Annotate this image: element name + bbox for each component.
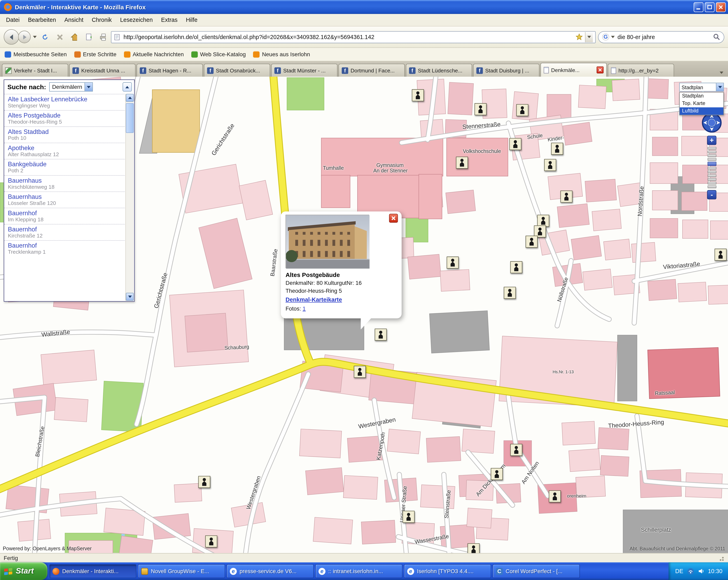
tab-stadt-münster[interactable]: fStadt Münster - ... <box>271 64 338 77</box>
new-page-button[interactable] <box>82 31 94 43</box>
scroll-up-button[interactable] <box>126 94 134 102</box>
taskbar-task-intranet-iserlohn-in[interactable]: e:: intranet.iserlohn.in... <box>315 564 402 578</box>
monument-marker[interactable] <box>551 143 563 155</box>
monument-marker[interactable] <box>474 103 487 115</box>
monument-marker[interactable] <box>205 535 217 548</box>
monument-marker[interactable] <box>198 476 210 488</box>
search-type-select[interactable]: Denkmälern <box>49 82 93 92</box>
result-name[interactable]: Bauernhaus <box>8 194 121 200</box>
back-button[interactable] <box>4 29 19 45</box>
monument-marker[interactable] <box>447 256 459 269</box>
monument-marker[interactable] <box>354 366 366 378</box>
layer-option-luftbild[interactable]: Luftbild <box>680 107 723 115</box>
layer-option-stadtplan[interactable]: Stadtplan <box>680 93 723 100</box>
result-name[interactable]: Bauernhof <box>8 226 121 233</box>
denkmal-karteikarte-link[interactable]: Denkmal-Karteikarte <box>286 297 342 303</box>
taskbar-task-novell-groupwise-e[interactable]: Novell GroupWise - E... <box>138 564 225 578</box>
monument-marker[interactable] <box>375 329 387 341</box>
monument-marker[interactable] <box>402 511 415 523</box>
reload-button[interactable] <box>39 31 51 43</box>
taskbar-task-corel-wordperfect[interactable]: CCorel WordPerfect - [... <box>493 564 580 578</box>
panel-collapse-button[interactable] <box>123 82 132 92</box>
result-name[interactable]: Apotheke <box>8 145 121 151</box>
tab-dortmund-face[interactable]: fDortmund | Face... <box>339 64 405 77</box>
menu-item-extras[interactable]: Extras <box>157 15 182 25</box>
tab-denkmäle[interactable]: Denkmäle... <box>540 63 607 77</box>
monument-marker[interactable] <box>714 249 727 261</box>
bookmark-item-erste-schritte[interactable]: Erste Schritte <box>74 51 116 58</box>
bookmark-star-icon[interactable] <box>576 33 582 40</box>
scroll-down-button[interactable] <box>126 293 134 301</box>
results-scrollbar[interactable] <box>125 94 134 301</box>
magnifier-icon[interactable] <box>713 33 720 40</box>
menu-item-bearbeiten[interactable]: Bearbeiten <box>24 15 60 25</box>
forward-button[interactable] <box>18 31 31 43</box>
search-result-item[interactable]: BauernhofKirchstraße 12 <box>4 224 125 240</box>
menu-item-chronik[interactable]: Chronik <box>87 15 116 25</box>
tab-kreisstadt-unna[interactable]: fKreisstadt Unna ... <box>69 64 135 77</box>
maximize-button[interactable] <box>705 2 714 12</box>
start-button[interactable]: Start <box>0 562 47 580</box>
taskbar-task-denkmäler-interakti[interactable]: Denkmäler - Interakti... <box>49 564 136 578</box>
menu-item-datei[interactable]: Datei <box>2 15 24 25</box>
scrollbar-track[interactable] <box>126 102 134 293</box>
url-dropdown-button[interactable] <box>585 32 593 42</box>
layer-dropdown-button[interactable] <box>716 83 723 91</box>
clock[interactable]: 10:30 <box>708 568 723 574</box>
tab-stadt-osnabrück[interactable]: fStadt Osnabrück... <box>204 64 270 77</box>
monument-marker[interactable] <box>537 215 549 227</box>
tab-verkehr-stadt-i[interactable]: Verkehr - Stadt I... <box>2 64 68 77</box>
zoom-out-button[interactable]: - <box>707 190 717 199</box>
search-result-item[interactable]: BauernhausLösseler Straße 120 <box>4 192 125 207</box>
list-all-tabs-button[interactable] <box>720 72 723 74</box>
result-name[interactable]: Bankgebäude <box>8 161 121 168</box>
search-result-item[interactable]: Altes StadtbadPoth 10 <box>4 126 125 143</box>
volume-icon[interactable] <box>698 568 704 574</box>
search-result-item[interactable]: ApothekeAlter Rathausplatz 12 <box>4 143 125 159</box>
bookmark-item-web-slice-katalog[interactable]: Web Slice-Katalog <box>191 51 246 58</box>
result-name[interactable]: Alte Lasbecker Lennebrücke <box>8 96 121 103</box>
monument-marker[interactable] <box>456 157 468 169</box>
network-icon[interactable] <box>687 568 694 575</box>
menu-item-lesezeichen[interactable]: Lesezeichen <box>116 15 157 25</box>
scrollbar-thumb[interactable] <box>126 103 134 133</box>
map-viewport[interactable]: GerichtstraßeStennerstraßeSchuleKinder-V… <box>0 77 728 553</box>
popup-close-button[interactable] <box>389 214 398 223</box>
monument-marker[interactable] <box>516 104 528 116</box>
result-name[interactable]: Bauernhof <box>8 242 121 249</box>
web-search-input[interactable] <box>617 33 711 41</box>
minimize-button[interactable] <box>694 2 703 12</box>
print-button[interactable] <box>97 31 109 43</box>
search-result-item[interactable]: BankgebäudePoth 2 <box>4 159 125 175</box>
home-button[interactable] <box>68 31 80 43</box>
monument-marker[interactable] <box>510 138 522 150</box>
taskbar-task-iserlohn-typo3-4-4[interactable]: eIserlohn [TYPO3 4.4.... <box>404 564 491 578</box>
monument-marker[interactable] <box>549 490 561 503</box>
tab-close-button[interactable] <box>597 67 603 73</box>
monument-marker[interactable] <box>504 287 516 299</box>
taskbar-task-presse-service-de-v6[interactable]: epresse-service.de V6... <box>227 564 314 578</box>
layer-option-top-karte[interactable]: Top. Karte <box>680 100 723 107</box>
resize-grip[interactable] <box>718 555 724 561</box>
search-result-item[interactable]: BauernhausKirschblütenweg 18 <box>4 175 125 192</box>
bookmark-item-meistbesuchte-seiten[interactable]: Meistbesuchte Seiten <box>5 51 67 58</box>
result-name[interactable]: Altes Postgebäude <box>8 112 121 119</box>
menu-item-hilfe[interactable]: Hilfe <box>182 15 202 25</box>
select-dropdown-button[interactable] <box>84 83 93 91</box>
monument-marker[interactable] <box>561 191 572 203</box>
monument-marker[interactable] <box>510 444 522 456</box>
result-name[interactable]: Bauernhof <box>8 209 121 217</box>
result-name[interactable]: Altes Stadtbad <box>8 128 121 135</box>
tab-stadt-hagen-r[interactable]: fStadt Hagen - R... <box>136 64 203 77</box>
bookmark-item-aktuelle-nachrichten[interactable]: Aktuelle Nachrichten <box>124 51 184 58</box>
language-indicator[interactable]: DE <box>675 568 683 574</box>
zoom-slider[interactable] <box>707 147 716 188</box>
monument-marker[interactable] <box>491 468 503 480</box>
monument-marker[interactable] <box>468 544 480 553</box>
search-result-item[interactable]: BauernhofIm Klepping 18 <box>4 208 125 224</box>
tab-stadt-lüdensche[interactable]: fStadt Lüdensche... <box>406 64 472 77</box>
fotos-count-link[interactable]: 1 <box>303 305 306 312</box>
url-input[interactable] <box>123 33 573 41</box>
zoom-in-button[interactable]: + <box>707 136 717 145</box>
monument-marker[interactable] <box>544 159 556 171</box>
